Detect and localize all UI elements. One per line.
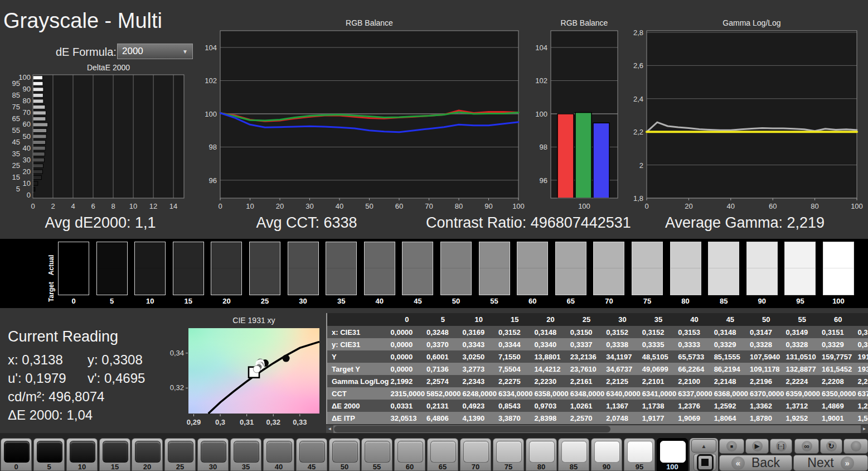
row-label: x: CIE31 <box>327 326 389 338</box>
table-cell: 0,3340 <box>532 338 568 350</box>
table-cell: 0,3152 <box>497 326 532 338</box>
level-button-20[interactable]: 20 <box>132 438 163 471</box>
table-cell: 0,8543 <box>497 400 532 412</box>
level-button-45[interactable]: 45 <box>296 438 327 471</box>
level-button-30[interactable]: 30 <box>197 438 229 471</box>
table-cell: 13,8801 <box>532 350 568 363</box>
grayscale-swatch <box>440 242 472 295</box>
column-header: 10 <box>460 313 496 326</box>
range-button[interactable]: [··] <box>770 439 792 454</box>
table-cell: 131,0510 <box>784 350 820 363</box>
deltae-bar <box>33 170 42 174</box>
level-button-5[interactable]: 5 <box>33 438 65 471</box>
level-button-100[interactable]: 100 <box>657 438 688 471</box>
current-reading-y: y: 0,3308 <box>88 352 143 368</box>
deltae-bar <box>33 81 43 85</box>
pattern-window-button[interactable] <box>694 454 716 471</box>
table-cell: 86,2194 <box>712 363 748 375</box>
grayscale-swatch <box>479 242 510 295</box>
level-button-75[interactable]: 75 <box>493 438 524 471</box>
level-button-80[interactable]: 80 <box>526 438 557 471</box>
table-cell: 32,0513 <box>389 412 425 424</box>
measurement-point <box>283 355 290 362</box>
level-button-85[interactable]: 85 <box>558 438 589 471</box>
level-label: 40 <box>264 463 294 471</box>
loop-button[interactable]: ∞ <box>794 439 819 454</box>
green-bar <box>575 113 591 198</box>
svg-text:25: 25 <box>12 161 20 170</box>
extra-button[interactable] <box>843 439 868 454</box>
level-button-35[interactable]: 35 <box>230 438 261 471</box>
next-button[interactable]: Next » <box>793 455 868 471</box>
svg-text:0,33: 0,33 <box>293 418 307 426</box>
level-button-40[interactable]: 40 <box>263 438 294 471</box>
table-cell: 1,1738 <box>641 400 676 412</box>
play-button[interactable]: ▶ <box>745 439 769 454</box>
level-button-55[interactable]: 55 <box>361 438 392 471</box>
table-cell: 2,2275 <box>497 375 532 387</box>
level-button-70[interactable]: 70 <box>460 438 491 471</box>
table-cell: 0,3151 <box>820 326 856 338</box>
level-button-60[interactable]: 60 <box>394 438 425 471</box>
svg-text:80: 80 <box>23 97 31 105</box>
level-button-90[interactable]: 90 <box>591 438 622 471</box>
level-button-65[interactable]: 65 <box>427 438 458 471</box>
level-button-15[interactable]: 15 <box>99 438 130 471</box>
swatch-level-label: 90 <box>746 297 778 305</box>
column-header: 20 <box>532 313 568 326</box>
svg-text:RGB Balance: RGB Balance <box>561 18 608 27</box>
level-button-0[interactable]: 0 <box>1 438 32 471</box>
actual-axis-label: Actual <box>47 255 55 276</box>
swatch-level-label: 70 <box>593 297 625 305</box>
table-cell: 3,0250 <box>460 350 496 363</box>
row-label: CCT <box>327 387 389 400</box>
avg-de2000-stat: Avg dE2000: 1,1 <box>17 214 184 232</box>
refresh-button[interactable]: ↻ <box>820 439 842 454</box>
table-cell: 65,5733 <box>676 350 712 363</box>
swatch-level-label: 65 <box>555 297 587 305</box>
svg-text:2,6: 2,6 <box>633 61 643 70</box>
table-cell: 2,2230 <box>532 375 568 387</box>
table-cell: 6,4806 <box>425 412 460 424</box>
scroll-left-icon[interactable]: ◄ <box>326 425 333 433</box>
table-cell: 14,4212 <box>532 363 568 375</box>
table-scrollbar[interactable]: ◄ ► <box>326 425 868 433</box>
svg-text:75: 75 <box>12 103 20 111</box>
svg-text:100: 100 <box>535 110 547 118</box>
back-button[interactable]: « Back <box>719 455 792 471</box>
table-cell: 34,1197 <box>604 350 640 363</box>
level-button-95[interactable]: 95 <box>624 438 655 471</box>
measurement-table: 05101520253035404550556065x: CIE310,0000… <box>326 313 868 424</box>
play-icon: ▶ <box>752 441 763 451</box>
deltae-chart: DeltaE 200002468101214051015202530354045… <box>4 63 190 213</box>
column-header: 60 <box>820 313 856 326</box>
level-button-50[interactable]: 50 <box>329 438 360 471</box>
table-cell: 0,0331 <box>389 400 425 412</box>
stop-button[interactable]: ■ <box>719 439 744 454</box>
column-header: 65 <box>856 313 868 326</box>
svg-text:2: 2 <box>639 161 643 170</box>
svg-text:0,29: 0,29 <box>187 418 201 426</box>
de-formula-select[interactable]: 2000 ▼ <box>117 44 193 59</box>
scrollbar-thumb[interactable] <box>334 426 610 432</box>
svg-text:90: 90 <box>484 202 492 210</box>
svg-text:45: 45 <box>12 138 20 146</box>
scroll-right-icon[interactable]: ► <box>861 425 868 433</box>
level-patch <box>365 441 390 463</box>
table-cell: 2,2570 <box>569 412 604 424</box>
swatch-level-label: 75 <box>631 297 663 305</box>
table-cell: 7,5504 <box>497 363 532 375</box>
svg-text:50: 50 <box>365 202 373 210</box>
svg-text:80: 80 <box>455 202 463 210</box>
table-cell: 1,8064 <box>712 412 748 424</box>
table-cell: 193,2783 <box>856 363 868 375</box>
level-button-25[interactable]: 25 <box>164 438 196 471</box>
grayscale-swatch <box>784 242 816 295</box>
level-label: 75 <box>493 463 523 471</box>
table-cell: 0,3338 <box>604 338 640 350</box>
grayscale-swatch <box>555 242 586 295</box>
level-button-10[interactable]: 10 <box>66 438 98 471</box>
collapse-button[interactable]: ▲ <box>691 439 716 453</box>
table-cell: 0,3150 <box>569 326 604 338</box>
table-cell: 0,3248 <box>425 326 460 338</box>
